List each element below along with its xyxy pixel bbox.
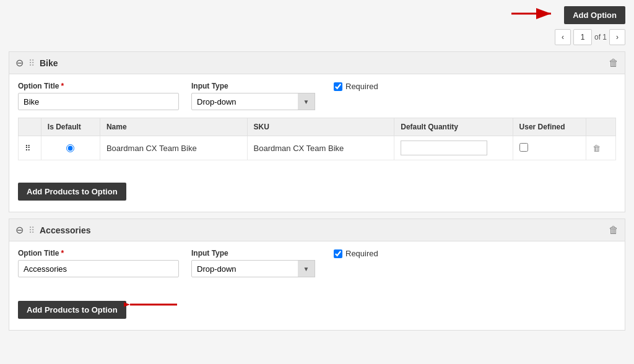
row-delete-cell[interactable]: 🗑	[586, 136, 616, 160]
arrow-left-indicator	[124, 296, 180, 315]
form-row-accessories: Option Title * Input Type Drop-down Radi…	[18, 249, 616, 277]
btn-row-accessories: Add Products to Option	[9, 292, 625, 330]
delete-option-accessories-icon[interactable]: 🗑	[609, 225, 619, 236]
add-products-button-accessories[interactable]: Add Products to Option	[18, 301, 126, 319]
delete-option-bike-icon[interactable]: 🗑	[609, 58, 619, 69]
pagination-of-label: of 1	[594, 33, 607, 41]
required-checkbox-accessories[interactable]	[334, 249, 342, 258]
input-type-select-wrapper-bike: Drop-down Radio Buttons Checkbox Multipl…	[191, 93, 315, 110]
panel-title-accessories: Accessories	[40, 225, 91, 235]
panel-title-bike: Bike	[40, 58, 58, 68]
col-header-drag	[19, 118, 41, 136]
required-star-accessories: *	[61, 249, 64, 258]
add-option-button[interactable]: Add Option	[564, 6, 625, 24]
input-type-label-accessories: Input Type	[191, 249, 315, 258]
col-header-is-default: Is Default	[41, 118, 100, 136]
option-panel-accessories: ⊖ ⠿ Accessories 🗑 Option Title * Input T…	[9, 219, 625, 331]
option-title-label-bike: Option Title *	[18, 82, 179, 90]
pagination-prev-button[interactable]: ‹	[555, 29, 571, 45]
required-label-accessories: Required	[345, 249, 378, 258]
required-check-accessories: Required	[334, 249, 378, 258]
pagination-next-button[interactable]: ›	[609, 29, 625, 45]
row-sku-cell: Boardman CX Team Bike	[247, 136, 394, 160]
panel-header-bike: ⊖ ⠿ Bike 🗑	[9, 52, 625, 74]
btn-row-bike: Add Products to Option	[9, 174, 625, 212]
panel-header-accessories: ⊖ ⠿ Accessories 🗑	[9, 219, 625, 241]
col-header-qty: Default Quantity	[394, 118, 513, 136]
pagination: ‹ 1 of 1 ›	[9, 29, 625, 45]
row-user-defined-checkbox[interactable]	[519, 143, 528, 152]
option-table-bike: Is Default Name SKU Default Quantity Use…	[18, 118, 616, 160]
table-row: ⠿ Boardman CX Team Bike Boardman CX Team…	[19, 136, 616, 160]
option-title-input-accessories[interactable]	[18, 260, 179, 277]
option-title-label-accessories: Option Title *	[18, 249, 179, 258]
collapse-icon-accessories[interactable]: ⊖	[15, 224, 24, 236]
required-label-bike: Required	[345, 82, 378, 91]
input-type-group-accessories: Input Type Drop-down Radio Buttons Check…	[191, 249, 315, 277]
collapse-icon-bike[interactable]: ⊖	[15, 57, 24, 69]
required-checkbox-bike[interactable]	[334, 82, 342, 91]
panel-body-accessories: Option Title * Input Type Drop-down Radi…	[9, 241, 625, 292]
required-star-bike: *	[61, 82, 64, 90]
required-check-bike: Required	[334, 82, 378, 91]
input-type-group-bike: Input Type Drop-down Radio Buttons Check…	[191, 82, 315, 110]
panel-body-bike: Option Title * Input Type Drop-down Radi…	[9, 74, 625, 174]
row-user-defined-cell	[513, 136, 586, 160]
row-delete-icon[interactable]: 🗑	[593, 144, 601, 153]
input-type-select-accessories[interactable]: Drop-down Radio Buttons Checkbox Multipl…	[191, 260, 315, 277]
arrow-right-indicator	[509, 5, 558, 24]
drag-handle-accessories[interactable]: ⠿	[28, 225, 35, 235]
form-row-bike: Option Title * Input Type Drop-down Radi…	[18, 82, 616, 110]
row-default-radio[interactable]	[66, 144, 74, 152]
input-type-select-bike[interactable]: Drop-down Radio Buttons Checkbox Multipl…	[191, 93, 315, 110]
option-title-input-bike[interactable]	[18, 93, 179, 110]
add-products-button-bike[interactable]: Add Products to Option	[18, 183, 126, 201]
option-panel-bike: ⊖ ⠿ Bike 🗑 Option Title * Input Type	[9, 51, 625, 212]
option-title-group-accessories: Option Title *	[18, 249, 179, 277]
input-type-label-bike: Input Type	[191, 82, 315, 90]
col-header-delete	[586, 118, 616, 136]
row-qty-cell	[394, 136, 513, 160]
row-is-default-cell	[41, 136, 100, 160]
input-type-select-wrapper-accessories: Drop-down Radio Buttons Checkbox Multipl…	[191, 260, 315, 277]
row-qty-input[interactable]	[401, 141, 487, 155]
col-header-user-defined: User Defined	[513, 118, 586, 136]
drag-handle-bike[interactable]: ⠿	[28, 58, 35, 68]
col-header-sku: SKU	[247, 118, 394, 136]
col-header-name: Name	[100, 118, 247, 136]
pagination-current-page: 1	[573, 29, 592, 45]
option-title-group-bike: Option Title *	[18, 82, 179, 110]
row-name-cell: Boardman CX Team Bike	[100, 136, 247, 160]
row-drag-cell[interactable]: ⠿	[19, 136, 41, 160]
